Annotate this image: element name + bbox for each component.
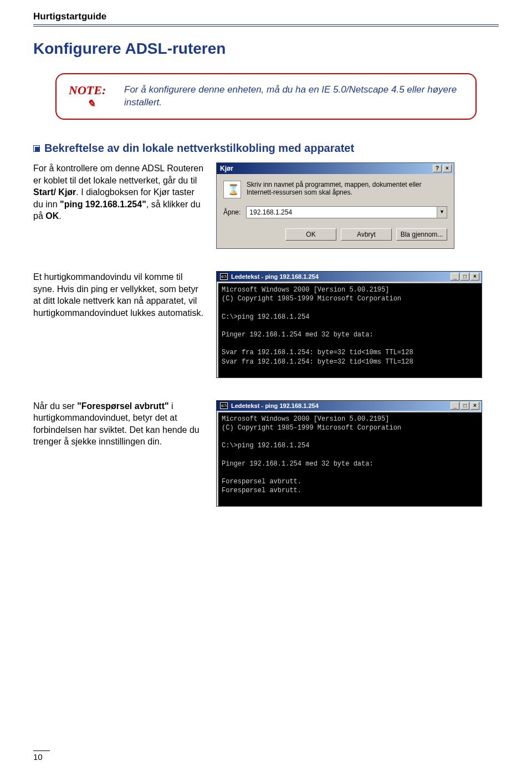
note-text: For å konfigurere denne enheten, må du h… (124, 84, 463, 109)
run-dialog-titlebar: Kjør ? × (217, 163, 454, 174)
p1-b2: "ping 192.168.1.254" (60, 200, 146, 209)
cmd2-output: Microsoft Windows 2000 [Version 5.00.219… (217, 411, 482, 507)
minimize-button[interactable]: _ (451, 402, 459, 410)
note-label: NOTE: (69, 83, 106, 97)
run-dialog: Kjør ? × Skriv inn navnet på programmet,… (216, 162, 454, 249)
dropdown-icon[interactable]: ▼ (437, 207, 447, 218)
cmd-window-success: c:\ Ledetekst - ping 192.168.1.254 _ □ ×… (216, 271, 482, 378)
ok-button[interactable]: OK (285, 228, 336, 241)
maximize-button[interactable]: □ (461, 273, 469, 280)
open-label: Åpne: (223, 208, 241, 216)
run-dialog-description: Skriv inn navnet på programmet, mappen, … (247, 181, 447, 198)
paragraph-1: For å kontrollere om denne ADSL Routeren… (33, 162, 205, 249)
cmd-icon: c:\ (220, 402, 228, 409)
page-number: 10 (33, 751, 50, 762)
cmd2-title: Ledetekst - ping 192.168.1.254 (231, 402, 319, 409)
note-icon: NOTE: ✎ (69, 83, 113, 110)
p3-t1: Når du ser (33, 401, 77, 411)
subsection-header: Bekreftelse av din lokale nettverkstilko… (33, 142, 499, 155)
paragraph-2: Et hurtigkommandovindu vil komme til syn… (33, 271, 205, 378)
close-button[interactable]: × (443, 165, 452, 172)
cmd1-output: Microsoft Windows 2000 [Version 5.00.219… (217, 282, 482, 377)
cmd-window-fail: c:\ Ledetekst - ping 192.168.1.254 _ □ ×… (216, 400, 482, 507)
p3-b1: "Forespørsel avbrutt" (77, 401, 168, 411)
note-callout: NOTE: ✎ For å konfigurere denne enheten,… (55, 73, 477, 120)
header-rule (33, 24, 499, 27)
p1-b1: Start/ Kjør (33, 187, 76, 197)
subsection-title: Bekreftelse av din lokale nettverkstilko… (44, 142, 354, 155)
cancel-button[interactable]: Avbryt (341, 228, 392, 241)
close-button[interactable]: × (470, 402, 479, 410)
section-title: Konfigurere ADSL-ruteren (33, 40, 499, 58)
paragraph-3: Når du ser "Forespørsel avbrutt" i hurti… (33, 400, 205, 507)
cmd-icon: c:\ (220, 273, 228, 280)
p1-t1: For å kontrollere om denne ADSL Routeren… (33, 164, 203, 185)
open-input[interactable] (247, 207, 437, 218)
doc-header: Hurtigstartguide (33, 11, 499, 24)
maximize-button[interactable]: □ (461, 402, 469, 410)
run-program-icon (223, 181, 241, 198)
p1-t4: . (59, 211, 61, 221)
p1-b3: OK (45, 211, 59, 221)
run-dialog-title: Kjør (220, 165, 233, 172)
pen-icon: ✎ (69, 98, 113, 110)
cmd1-title: Ledetekst - ping 192.168.1.254 (231, 273, 319, 280)
browse-button[interactable]: Bla gjennom... (396, 228, 447, 241)
help-button[interactable]: ? (433, 165, 442, 172)
close-button[interactable]: × (470, 273, 479, 280)
open-input-wrap[interactable]: ▼ (246, 206, 447, 218)
minimize-button[interactable]: _ (451, 273, 459, 280)
